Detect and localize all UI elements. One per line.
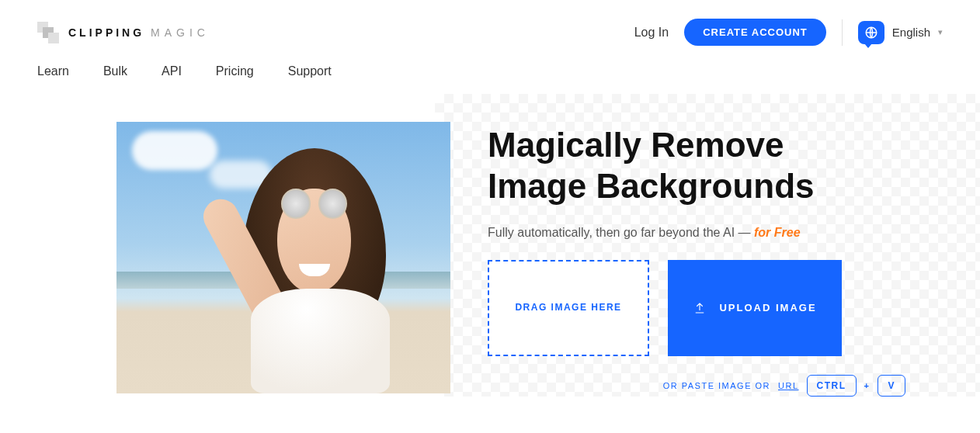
login-link[interactable]: Log In	[634, 26, 669, 40]
hero-subtitle: Fully automatically, then go far beyond …	[488, 226, 943, 240]
nav-support[interactable]: Support	[288, 64, 332, 78]
subtitle-free: for Free	[754, 226, 801, 239]
hero-image	[116, 122, 450, 393]
nav-api[interactable]: API	[162, 64, 182, 78]
nav-pricing[interactable]: Pricing	[216, 64, 254, 78]
header: CLIPPING MAGIC Log In CREATE ACCOUNT Eng…	[0, 0, 980, 58]
brand-part2: MAGIC	[151, 26, 210, 39]
title-line1: Magically Remove	[488, 126, 784, 164]
chevron-down-icon: ▾	[938, 27, 943, 37]
subtitle-text: Fully automatically, then go far beyond …	[488, 226, 754, 239]
drag-drop-zone[interactable]: DRAG IMAGE HERE	[488, 260, 649, 356]
header-right: Log In CREATE ACCOUNT English ▾	[634, 19, 943, 46]
main-nav: Learn Bulk API Pricing Support	[0, 58, 980, 94]
divider	[842, 19, 843, 46]
paste-hint: OR PASTE IMAGE OR URL CTRL + V	[488, 375, 943, 397]
paste-prefix: OR PASTE IMAGE OR	[663, 381, 770, 390]
logo-icon	[37, 22, 59, 43]
globe-icon	[858, 21, 884, 44]
language-label: English	[892, 26, 930, 39]
upload-actions: DRAG IMAGE HERE UPLOAD IMAGE	[488, 260, 943, 356]
brand-part1: CLIPPING	[68, 26, 144, 39]
upload-icon	[693, 301, 707, 315]
create-account-button[interactable]: CREATE ACCOUNT	[684, 19, 826, 46]
nav-bulk[interactable]: Bulk	[103, 64, 127, 78]
upload-button[interactable]: UPLOAD IMAGE	[668, 260, 842, 356]
brand[interactable]: CLIPPING MAGIC	[37, 22, 210, 43]
upload-label: UPLOAD IMAGE	[719, 302, 816, 313]
title-line2: Image Backgrounds	[488, 167, 815, 205]
drag-label: DRAG IMAGE HERE	[515, 300, 621, 317]
key-v: V	[877, 375, 905, 397]
key-ctrl: CTRL	[807, 375, 857, 397]
key-plus: +	[864, 381, 871, 390]
nav-learn[interactable]: Learn	[37, 64, 69, 78]
hero: Magically Remove Image Backgrounds Fully…	[0, 94, 980, 397]
hero-content: Magically Remove Image Backgrounds Fully…	[488, 122, 943, 397]
language-selector[interactable]: English ▾	[858, 21, 943, 44]
hero-title: Magically Remove Image Backgrounds	[488, 125, 943, 207]
paste-url-link[interactable]: URL	[778, 381, 799, 390]
brand-text: CLIPPING MAGIC	[68, 26, 210, 39]
